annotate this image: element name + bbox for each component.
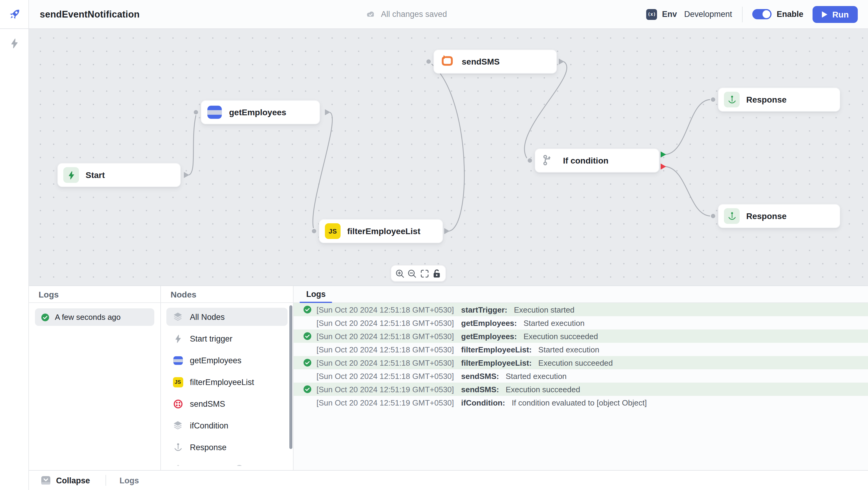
run-button-label: Run [832, 9, 849, 19]
nodes-list-item-ifcondition[interactable]: ifCondition [166, 416, 287, 434]
node-label: Start [86, 170, 105, 180]
statusbar-divider [106, 475, 106, 486]
log-timestamp: [Sun Oct 20 2024 12:51:18 GMT+0530] [316, 345, 454, 354]
env-icon: (x) [646, 9, 657, 20]
table-icon [173, 355, 183, 366]
table-icon [207, 105, 222, 120]
runs-list: A few seconds ago [29, 303, 160, 331]
log-timestamp: [Sun Oct 20 2024 12:51:18 GMT+0530] [316, 358, 454, 367]
nodes-list: All Nodes Start trigger getEmployees JS … [161, 303, 293, 466]
nodes-list-item-starttrigger[interactable]: Start trigger [166, 329, 287, 348]
logs-tabbar: Logs [293, 286, 868, 303]
toggle-knob [762, 10, 770, 18]
statusbar-logs-tab[interactable]: Logs [120, 476, 139, 485]
log-source: getEmployees: [461, 332, 517, 341]
fit-view-icon[interactable] [420, 268, 430, 279]
log-source: sendSMS: [461, 371, 499, 380]
landing-icon [724, 92, 740, 108]
log-timestamp: [Sun Oct 20 2024 12:51:19 GMT+0530] [316, 398, 454, 407]
node-label: Response [746, 95, 786, 105]
sidebar-trigger-item[interactable] [9, 38, 20, 49]
log-timestamp: [Sun Oct 20 2024 12:51:18 GMT+0530] [316, 305, 454, 314]
lightning-icon [173, 333, 183, 344]
success-check-icon [303, 385, 312, 394]
nodes-list-item-getemployees[interactable]: getEmployees [166, 351, 287, 369]
node-label: filterEmployeeList [347, 226, 421, 236]
nodes-list-item-all[interactable]: All Nodes [166, 308, 287, 326]
log-source: filterEmployeeList: [461, 358, 532, 367]
env-value: Development [684, 10, 732, 19]
save-status-text: All changes saved [381, 10, 447, 19]
log-message: Execution succeeded [506, 385, 580, 394]
tab-logs[interactable]: Logs [300, 285, 333, 302]
environment-selector[interactable]: (x) Env Development [646, 9, 732, 20]
app-logo[interactable] [0, 0, 29, 28]
statusbar: Collapse Logs [29, 470, 868, 490]
node-label: sendSMS [462, 57, 500, 66]
collapse-button[interactable]: Collapse [41, 475, 90, 485]
run-list-item[interactable]: A few seconds ago [35, 308, 154, 326]
log-row: [Sun Oct 20 2024 12:51:19 GMT+0530] ifCo… [293, 396, 868, 409]
nodes-list-item-response1[interactable]: Response [166, 438, 287, 456]
node-sendsms[interactable]: sendSMS [433, 50, 557, 74]
play-icon [822, 10, 828, 18]
log-source: ifCondition: [461, 398, 505, 407]
log-source: getEmployees: [461, 318, 517, 327]
log-timestamp: [Sun Oct 20 2024 12:51:18 GMT+0530] [316, 332, 454, 341]
branch-icon [541, 153, 556, 168]
lock-icon[interactable] [432, 268, 442, 279]
slash-icon [235, 464, 244, 466]
log-source: sendSMS: [461, 385, 499, 394]
canvas-toolbar [391, 265, 446, 282]
false-port-arrow [661, 164, 666, 170]
node-start[interactable]: Start [57, 163, 181, 187]
runs-panel-header: Logs [29, 286, 160, 303]
log-row: [Sun Oct 20 2024 12:51:19 GMT+0530] send… [293, 382, 868, 396]
log-rows: [Sun Oct 20 2024 12:51:18 GMT+0530] star… [293, 303, 868, 470]
rocket-logo-icon [6, 6, 22, 22]
success-check-icon [41, 313, 50, 321]
log-message: Execution succeeded [538, 358, 613, 367]
node-filteremployeelist[interactable]: JS filterEmployeeList [319, 219, 443, 243]
landing-icon [173, 463, 183, 466]
runs-panel: Logs A few seconds ago [29, 286, 161, 470]
lightning-icon [63, 167, 79, 183]
nodes-list-scrollbar[interactable] [289, 305, 292, 449]
log-message: Execution succeeded [524, 332, 598, 341]
log-row: [Sun Oct 20 2024 12:51:18 GMT+0530] star… [293, 303, 868, 316]
node-label: If condition [563, 156, 609, 165]
run-item-label: A few seconds ago [55, 313, 121, 322]
nodes-list-item-sendsms[interactable]: sendSMS [166, 395, 287, 413]
node-ifcondition[interactable]: If condition [535, 148, 659, 173]
workflow-canvas[interactable]: Start getEmployees sendSMS JS filterEmpl… [29, 29, 868, 285]
node-response-false[interactable]: Response [718, 204, 840, 228]
success-check-icon [303, 305, 312, 314]
nodes-list-item-filteremployeelist[interactable]: JS filterEmployeeList [166, 373, 287, 391]
layers-icon [173, 420, 183, 431]
landing-icon [724, 208, 740, 224]
log-source: startTrigger: [461, 305, 507, 314]
zoom-out-icon[interactable] [407, 268, 417, 279]
log-message: Execution started [514, 305, 575, 314]
workflow-editor: sendEventNotification All changes saved … [0, 0, 868, 490]
log-message: Started execution [538, 345, 599, 354]
left-sidebar [0, 29, 29, 490]
run-button[interactable]: Run [812, 6, 858, 23]
success-check-icon [303, 332, 312, 340]
zoom-in-icon[interactable] [395, 268, 405, 279]
log-message: Started execution [524, 318, 584, 327]
enable-label: Enable [777, 10, 804, 19]
log-row: [Sun Oct 20 2024 12:51:18 GMT+0530] getE… [293, 316, 868, 329]
node-getemployees[interactable]: getEmployees [201, 100, 320, 124]
topbar: sendEventNotification All changes saved … [0, 0, 868, 29]
nodes-list-item-response2[interactable]: Response [166, 460, 287, 466]
log-source: filterEmployeeList: [461, 345, 532, 354]
enable-toggle[interactable] [752, 9, 771, 19]
log-row: [Sun Oct 20 2024 12:51:18 GMT+0530] filt… [293, 356, 868, 369]
log-row: [Sun Oct 20 2024 12:51:18 GMT+0530] filt… [293, 343, 868, 356]
log-timestamp: [Sun Oct 20 2024 12:51:18 GMT+0530] [316, 318, 454, 327]
node-label: getEmployees [229, 108, 286, 117]
node-response-true[interactable]: Response [718, 87, 840, 112]
js-icon: JS [325, 223, 341, 239]
true-port-arrow [661, 151, 666, 157]
